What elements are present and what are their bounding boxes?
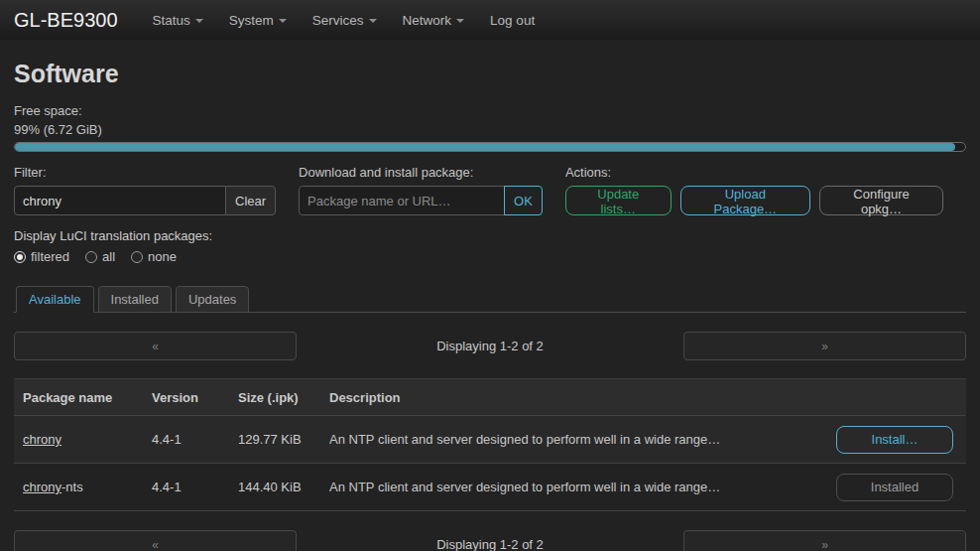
package-description: An NTP client and server designed to per… <box>329 480 834 494</box>
controls-row: Filter: Clear Download and install packa… <box>14 165 966 215</box>
translation-radio-filtered[interactable]: filtered <box>14 249 69 264</box>
nav-menu-item-network[interactable]: Network <box>390 3 478 38</box>
action-button-update-lists[interactable]: Update lists… <box>565 186 672 215</box>
action-button-configure-opkg[interactable]: Configure opkg… <box>819 186 943 215</box>
download-group: Download and install package: OK <box>299 165 543 215</box>
pager-status: Displaying 1-2 of 2 <box>297 339 683 353</box>
table-row: chrony 4.4-1 129.77 KiB An NTP client an… <box>14 416 966 464</box>
header-version: Version <box>152 390 238 405</box>
download-ok-button[interactable]: OK <box>504 186 543 215</box>
free-space-value: 99% (6.72 GiB) <box>14 122 966 137</box>
chevron-down-icon <box>279 19 287 23</box>
radio-icon <box>85 251 97 263</box>
filter-label: Filter: <box>14 165 276 180</box>
package-version: 4.4-1 <box>152 480 238 494</box>
package-size: 129.77 KiB <box>238 432 329 447</box>
package-tabs: Available Installed Updates <box>14 286 966 313</box>
header-size: Size (.ipk) <box>238 390 329 405</box>
free-space-label: Free space: <box>14 103 966 118</box>
translation-label: Display LuCI translation packages: <box>14 228 966 243</box>
pager-status: Displaying 1-2 of 2 <box>297 537 683 551</box>
action-button-upload-package[interactable]: Upload Package… <box>680 186 810 215</box>
table-row: chrony-nts 4.4-1 144.40 KiB An NTP clien… <box>14 464 966 511</box>
page-title: Software <box>14 60 966 88</box>
translation-radio-all[interactable]: all <box>85 249 115 264</box>
header-description: Description <box>329 390 834 405</box>
filter-input[interactable] <box>14 186 226 215</box>
chevron-down-icon <box>369 19 377 23</box>
nav-menu-item-services[interactable]: Services <box>300 3 390 38</box>
pager-top: « Displaying 1-2 of 2 » <box>14 332 966 360</box>
package-version: 4.4-1 <box>152 432 238 447</box>
actions-label: Actions: <box>565 165 943 180</box>
package-action-button-install[interactable]: Install… <box>836 426 953 454</box>
tab-installed[interactable]: Installed <box>98 286 172 313</box>
package-action-button-installed[interactable]: Installed <box>836 474 953 501</box>
nav-menu-item-system[interactable]: System <box>216 3 300 38</box>
translation-radio-none[interactable]: none <box>131 249 177 264</box>
nav-menu-item-log-out[interactable]: Log out <box>477 3 548 38</box>
tab-updates[interactable]: Updates <box>176 286 249 313</box>
progressbar-fill <box>15 143 955 151</box>
package-size: 144.40 KiB <box>238 480 329 494</box>
download-package-input[interactable] <box>299 186 505 215</box>
package-link-chrony[interactable]: chrony-nts <box>23 480 83 494</box>
free-space-progressbar <box>14 142 966 152</box>
pager-bottom: « Displaying 1-2 of 2 » <box>14 530 966 551</box>
clear-filter-button[interactable]: Clear <box>225 186 276 215</box>
package-table: Package name Version Size (.ipk) Descrip… <box>14 378 966 511</box>
table-header-row: Package name Version Size (.ipk) Descrip… <box>14 379 966 416</box>
actions-group: Actions: Update lists… Upload Package… C… <box>565 165 943 215</box>
navbar: GL-BE9300 Status System Services Network… <box>0 0 980 40</box>
next-page-button[interactable]: » <box>683 332 966 360</box>
prev-page-button[interactable]: « <box>14 530 297 551</box>
package-description: An NTP client and server designed to per… <box>329 432 834 447</box>
header-package-name: Package name <box>23 390 152 405</box>
nav-menu: Status System Services Network Log out <box>140 3 549 38</box>
package-link-chrony[interactable]: chrony <box>23 432 61 447</box>
nav-menu-item-status[interactable]: Status <box>140 3 216 38</box>
prev-page-button[interactable]: « <box>14 332 297 360</box>
radio-icon <box>131 251 143 263</box>
next-page-button[interactable]: » <box>683 530 966 551</box>
radio-icon <box>14 251 26 263</box>
tab-available[interactable]: Available <box>16 286 94 313</box>
download-label: Download and install package: <box>299 165 543 180</box>
brand-logo[interactable]: GL-BE9300 <box>14 9 118 32</box>
chevron-down-icon <box>195 19 203 23</box>
translation-section: Display LuCI translation packages: filte… <box>14 228 966 264</box>
chevron-down-icon <box>456 19 464 23</box>
filter-group: Filter: Clear <box>14 165 276 215</box>
